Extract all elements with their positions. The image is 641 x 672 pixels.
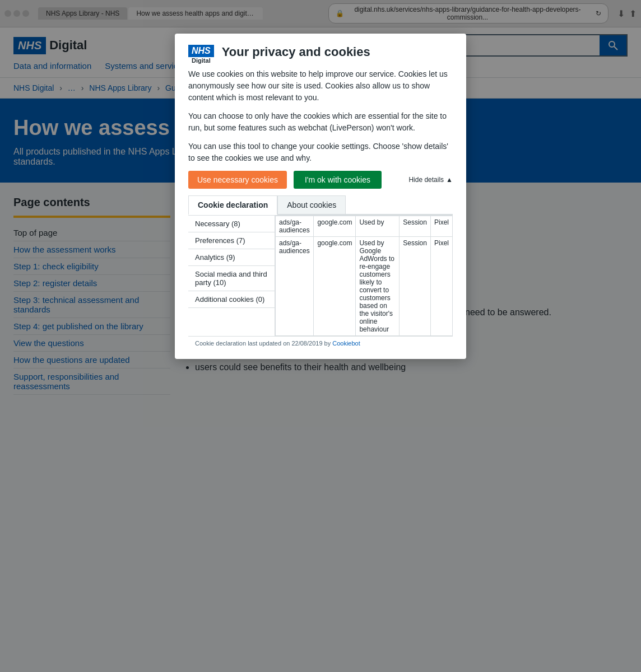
modal-overlay: NHS Digital Your privacy and cookies We … [0,0,641,575]
cookie-col-name: ads/ga-audiences [276,216,314,237]
cookie-cat-social[interactable]: Social media and third party (10) [188,266,275,291]
cookie-footer: Cookie declaration last updated on 22/08… [188,336,453,350]
cookie-tab-about[interactable]: About cookies [277,195,346,214]
cookie-modal: NHS Digital Your privacy and cookies We … [175,34,466,359]
cookie-row-expiry: Session [400,237,431,336]
modal-nhs-logo: NHS Digital [188,45,214,64]
modal-nhs-label: Digital [192,57,211,64]
hide-details-button[interactable]: Hide details ▲ [408,176,453,184]
ok-with-cookies-button[interactable]: I'm ok with cookies [294,171,382,189]
cookie-detail-table: ads/ga-audiences google.com Used by Sess… [275,216,453,336]
cookie-para-2: You can choose to only have the cookies … [188,110,453,134]
cookie-tabs: Cookie declaration About cookies [188,195,453,215]
cookie-cat-analytics[interactable]: Analytics (9) [188,249,275,266]
cookie-cat-additional[interactable]: Additional cookies (0) [188,291,275,308]
cookie-col-type: Pixel [430,216,452,237]
cookie-cat-preferences[interactable]: Preferences (7) [188,232,275,249]
cookie-detail: ads/ga-audiences google.com Used by Sess… [275,216,453,336]
cookie-cat-necessary[interactable]: Necessary (8) [188,216,275,232]
cookie-row-desc: Used by Google AdWords to re-engage cust… [356,237,400,336]
cookie-para-3: You can use this tool to change your coo… [188,141,453,164]
modal-nhs-box: NHS [188,45,214,57]
cookie-tab-declaration[interactable]: Cookie declaration [188,195,277,215]
cookie-col-desc: Used by [356,216,400,237]
cookie-detail-row-1: ads/ga-audiences google.com Used by Goog… [276,237,453,336]
cookie-row-type: Pixel [430,237,452,336]
cookie-para-1: We use cookies on this website to help i… [188,68,453,104]
modal-buttons: Use necessary cookies I'm ok with cookie… [188,171,453,189]
chevron-up-icon: ▲ [446,176,453,184]
cookie-row-name: ads/ga-audiences [276,237,314,336]
cookiebot-link[interactable]: Cookiebot [332,340,360,347]
cookie-split-panel: Necessary (8) Preferences (7) Analytics … [188,215,453,336]
cookie-detail-header-row: ads/ga-audiences google.com Used by Sess… [276,216,453,237]
cookie-footer-text: Cookie declaration last updated on 22/08… [195,340,332,347]
cookie-col-domain: google.com [314,216,356,237]
cookie-row-domain: google.com [314,237,356,336]
hide-details-label: Hide details [408,176,444,184]
cookie-col-expiry: Session [400,216,431,237]
modal-body: We use cookies on this website to help i… [175,68,466,359]
modal-title: Your privacy and cookies [222,45,370,59]
modal-header: NHS Digital Your privacy and cookies [175,34,466,68]
cookie-categories: Necessary (8) Preferences (7) Analytics … [188,216,275,336]
use-necessary-button[interactable]: Use necessary cookies [188,171,287,189]
